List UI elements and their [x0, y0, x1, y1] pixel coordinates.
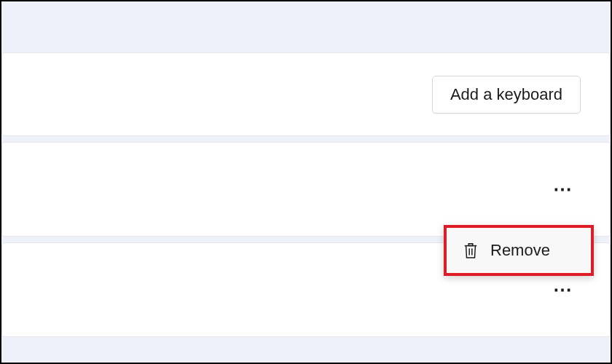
more-horizontal-icon: ⋯ — [553, 178, 573, 200]
add-keyboard-button[interactable]: Add a keyboard — [432, 76, 581, 114]
trash-icon — [463, 242, 479, 259]
installed-keyboards-header-row: Add a keyboard — [1, 52, 611, 136]
more-horizontal-icon: ⋯ — [553, 279, 573, 301]
top-spacer — [1, 1, 611, 52]
remove-menu-item[interactable]: Remove — [447, 234, 591, 267]
more-options-button[interactable]: ⋯ — [546, 174, 581, 205]
more-options-button[interactable]: ⋯ — [546, 274, 581, 305]
keyboard-row: ⋯ — [1, 142, 611, 237]
remove-menu-item-label: Remove — [490, 241, 550, 260]
keyboard-context-menu: Remove — [444, 225, 594, 276]
